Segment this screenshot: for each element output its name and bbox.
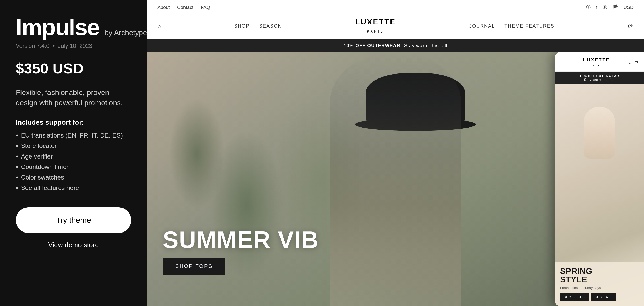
mobile-cart-icon[interactable]: 🛍 [635,60,639,65]
mobile-hero: SPRINGSTYLE Fresh looks for sunny days. … [555,84,644,306]
description: Flexible, fashionable, proven design wit… [16,87,131,108]
store-main-nav-right: JOURNAL THEME FEATURES [469,23,555,29]
store-nav-right-icons: 🛍 [628,23,634,30]
theme-title-row: Impulse by Archetype Themes [16,16,131,39]
flag-icon[interactable]: 🏴 [613,4,618,10]
store-nav: About Contact FAQ Ⓘ f Ⓟ 🏴 USD ⌕ SHOP SEA… [147,0,644,39]
mobile-preview: ☰ LUXETTE PARIS ⌕ 🛍 10% OFF OUTERWEAR St… [555,52,644,306]
mobile-search-icon[interactable]: ⌕ [629,60,631,65]
nav-journal[interactable]: JOURNAL [469,23,495,29]
pinterest-icon[interactable]: Ⓟ [603,4,607,10]
list-item: See all features here [16,184,131,192]
view-demo-button[interactable]: View demo store [16,241,131,249]
store-nav-main: ⌕ SHOP SEASON LUXETTE PARIS JOURNAL THEM… [157,13,634,39]
release-date: July 10, 2023 [58,43,92,49]
list-item: EU translations (EN, FR, IT, DE, ES) [16,131,131,140]
mobile-spring-subtitle: Fresh looks for sunny days. [560,286,639,290]
mobile-shop-tops-button[interactable]: SHOP TOPS [560,293,589,301]
features-link[interactable]: here [66,184,79,191]
mobile-spring-card: SPRINGSTYLE Fresh looks for sunny days. … [555,262,644,306]
mobile-shop-all-button[interactable]: SHOP ALL [591,293,616,301]
store-logo: LUXETTE PARIS [355,18,396,34]
mobile-buttons: SHOP TOPS SHOP ALL [560,293,639,301]
right-panel: About Contact FAQ Ⓘ f Ⓟ 🏴 USD ⌕ SHOP SEA… [147,0,644,306]
list-item: Color swatches [16,173,131,182]
currency-selector[interactable]: USD [624,5,634,10]
mobile-announcement: 10% OFF OUTERWEAR Stay warm this fall [555,72,644,84]
store-nav-top-right: Ⓘ f Ⓟ 🏴 USD [586,4,634,10]
cart-icon[interactable]: 🛍 [628,23,634,30]
nav-season[interactable]: SEASON [259,23,282,29]
announcement-bar: 10% OFF OUTERWEAR Stay warm this fall [147,39,644,52]
announcement-bold: 10% OFF OUTERWEAR [344,43,400,48]
theme-title: Impulse [16,16,99,39]
store-main-nav: SHOP SEASON [234,23,282,29]
list-item: Age verifier [16,152,131,161]
nav-contact[interactable]: Contact [177,5,193,10]
nav-theme-features[interactable]: THEME FEATURES [504,23,555,29]
store-logo-text: LUXETTE PARIS [355,18,396,34]
nav-faq[interactable]: FAQ [201,5,210,10]
hero-section: SUMMER VIB SHOP TOPS ☰ LUXETTE PARIS ⌕ 🛍 [147,52,644,306]
mobile-nav: ☰ LUXETTE PARIS ⌕ 🛍 [555,52,644,72]
search-icon[interactable]: ⌕ [157,23,161,30]
mobile-announcement-text: Stay warm this fall [584,78,615,82]
mobile-nav-icons: ⌕ 🛍 [629,60,639,65]
mobile-announcement-bold: 10% OFF OUTERWEAR [580,74,619,78]
mobile-spring-title: SPRINGSTYLE [560,267,639,284]
dress-shape [584,107,615,159]
version-info: Version 7.4.0 • July 10, 2023 [16,43,131,49]
list-item: Countdown timer [16,163,131,171]
list-item: Store locator [16,142,131,150]
mobile-logo: LUXETTE PARIS [583,57,610,68]
includes-title: Includes support for: [16,118,131,126]
browser-window: About Contact FAQ Ⓘ f Ⓟ 🏴 USD ⌕ SHOP SEA… [147,0,644,306]
features-list: EU translations (EN, FR, IT, DE, ES) Sto… [16,131,131,194]
by-label: by [105,29,113,37]
store-nav-top-links: About Contact FAQ [157,5,210,10]
instagram-icon[interactable]: Ⓘ [586,4,591,10]
mobile-menu-icon[interactable]: ☰ [560,60,564,65]
facebook-icon[interactable]: f [596,5,597,10]
announcement-text: Stay warm this fall [404,43,447,48]
left-panel: Impulse by Archetype Themes Version 7.4.… [0,0,147,306]
nav-about[interactable]: About [157,5,170,10]
store-nav-top: About Contact FAQ Ⓘ f Ⓟ 🏴 USD [157,0,634,13]
nav-shop[interactable]: SHOP [234,23,250,29]
hero-headline: SUMMER VIB [163,228,513,252]
hero-text-overlay: SUMMER VIB SHOP TOPS [163,228,513,275]
version-number: Version 7.4.0 [16,43,49,49]
price: $350 USD [16,60,131,77]
try-theme-button[interactable]: Try theme [16,207,131,233]
shop-tops-button[interactable]: SHOP TOPS [163,258,225,275]
